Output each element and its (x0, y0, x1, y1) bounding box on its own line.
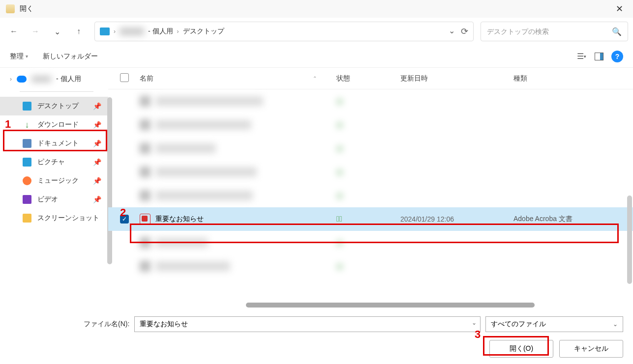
status-ok-icon: ⊘ (336, 121, 343, 129)
search-input[interactable] (487, 28, 607, 35)
breadcrumb[interactable]: › - 個人用 › デスクトップ ⌄ ⟳ (94, 22, 474, 41)
file-name: 重要なお知らせ (155, 215, 204, 224)
dialog-title: 開く (20, 4, 612, 13)
tree-user-blurred (31, 76, 51, 83)
file-row-selected[interactable]: ✓重要なお知らせ✓⃝2024/01/29 12:06Adobe Acroba 文… (108, 207, 633, 231)
filename-input[interactable] (134, 316, 481, 332)
file-name-blurred (155, 238, 208, 248)
sidebar-item-folder[interactable]: スクリーンショット (0, 209, 108, 227)
col-type[interactable]: 種類 (513, 74, 633, 83)
status-ok-icon: ⊘ (336, 168, 343, 176)
search-box[interactable]: 🔍 (481, 22, 628, 41)
titlebar: 開く ✕ (0, 0, 633, 18)
forward-button[interactable]: → (27, 23, 44, 40)
preview-pane-icon[interactable] (594, 51, 604, 62)
file-icon (140, 261, 151, 272)
sidebar-item-video[interactable]: ビデオ📌 (0, 190, 108, 209)
refresh-icon[interactable]: ⟳ (461, 26, 468, 37)
sidebar-item-label: ダウンロード (37, 120, 79, 129)
file-row[interactable]: ⊘ (108, 160, 633, 184)
status-ok-icon: ⊘ (336, 239, 343, 247)
organize-menu[interactable]: 整理▾ (10, 52, 28, 61)
sidebar-item-desktop[interactable]: デスクトップ📌 (0, 97, 108, 115)
pin-icon[interactable]: 📌 (93, 158, 101, 166)
file-type: Adobe Acroba 文書 (513, 215, 633, 224)
file-pane: 名前⌃ 状態 更新日時 種類 ⊘⊘⊘⊘⊘✓重要なお知らせ✓⃝2024/01/29… (108, 68, 633, 308)
folder-icon (23, 214, 31, 223)
sidebar-item-label: ドキュメント (37, 139, 79, 148)
file-icon (140, 143, 151, 154)
back-button[interactable]: ← (5, 23, 23, 40)
view-list-icon[interactable]: ☰ ▾ (576, 51, 587, 62)
file-row[interactable]: ⊘ (108, 113, 633, 137)
pin-icon[interactable]: 📌 (93, 140, 101, 147)
horizontal-scrollbar[interactable] (246, 303, 535, 308)
help-icon[interactable]: ? (611, 51, 623, 62)
folder-icon (100, 28, 110, 35)
file-list: ⊘⊘⊘⊘⊘✓重要なお知らせ✓⃝2024/01/29 12:06Adobe Acr… (108, 89, 633, 278)
sidebar-item-pic[interactable]: ピクチャ📌 (0, 153, 108, 171)
pdf-icon (140, 214, 151, 224)
sidebar-item-label: デスクトップ (37, 102, 79, 111)
sidebar-item-label: ピクチャ (37, 158, 65, 167)
sidebar-item-label: スクリーンショット (37, 214, 99, 223)
filetype-filter[interactable]: すべてのファイル ⌄ (485, 316, 623, 332)
status-ok-icon: ✓⃝ (336, 215, 342, 223)
sidebar-item-label: ビデオ (37, 195, 58, 204)
new-folder-button[interactable]: 新しいフォルダー (43, 52, 98, 61)
pin-icon[interactable]: 📌 (93, 121, 101, 129)
music-icon (23, 176, 31, 185)
recent-dropdown[interactable]: ⌄ (48, 23, 66, 40)
footer: ファイル名(N): ⌄ すべてのファイル ⌄ 開く(O) キャンセル (0, 308, 633, 364)
search-icon[interactable]: 🔍 (612, 27, 622, 36)
open-button[interactable]: 開く(O) (489, 340, 553, 358)
app-icon (6, 4, 15, 13)
file-name-blurred (155, 191, 253, 200)
download-icon: ↓ (23, 120, 31, 129)
file-row[interactable]: ⊘ (108, 137, 633, 160)
body: › - 個人用 デスクトップ📌↓ダウンロード📌ドキュメント📌ピクチャ📌ミュージッ… (0, 68, 633, 308)
status-ok-icon: ⊘ (336, 97, 343, 106)
breadcrumb-seg-desktop[interactable]: デスクトップ (183, 27, 224, 36)
file-icon (140, 119, 151, 130)
close-icon[interactable]: ✕ (612, 1, 627, 16)
file-checkbox[interactable]: ✓ (120, 215, 129, 224)
tree-root-suffix: - 個人用 (56, 75, 81, 84)
select-all-checkbox[interactable] (120, 73, 129, 82)
file-row[interactable]: ⊘ (108, 184, 633, 207)
breadcrumb-seg-suffix[interactable]: - 個人用 (148, 27, 173, 36)
col-date[interactable]: 更新日時 (400, 74, 513, 83)
chevron-down-icon[interactable]: ⌄ (472, 319, 477, 326)
chevron-right-icon[interactable]: › (10, 76, 12, 83)
pin-icon[interactable]: 📌 (93, 177, 101, 185)
cancel-button[interactable]: キャンセル (559, 340, 623, 358)
chevron-down-icon: ⌄ (613, 321, 618, 328)
tree-root[interactable]: › - 個人用 (0, 72, 108, 86)
status-ok-icon: ⊘ (336, 144, 343, 153)
up-button[interactable]: ↑ (70, 23, 88, 40)
sidebar: › - 個人用 デスクトップ📌↓ダウンロード📌ドキュメント📌ピクチャ📌ミュージッ… (0, 68, 108, 308)
chevron-down-icon[interactable]: ⌄ (449, 26, 455, 37)
sidebar-item-music[interactable]: ミュージック📌 (0, 171, 108, 190)
file-name-blurred (155, 120, 251, 130)
video-icon (23, 195, 31, 204)
sidebar-item-download[interactable]: ↓ダウンロード📌 (0, 115, 108, 134)
file-row[interactable]: ⊘ (108, 89, 633, 113)
chevron-right-icon: › (114, 28, 116, 35)
sidebar-item-doc[interactable]: ドキュメント📌 (0, 134, 108, 153)
file-scrollbar[interactable] (627, 196, 632, 284)
sidebar-item-label: ミュージック (37, 176, 79, 185)
status-ok-icon: ⊘ (336, 192, 343, 200)
file-name-blurred (155, 96, 263, 106)
pin-icon[interactable]: 📌 (93, 196, 101, 203)
file-row[interactable]: ⊘ (108, 231, 633, 254)
file-row[interactable]: ⊘ (108, 254, 633, 278)
pin-icon[interactable]: 📌 (93, 102, 101, 110)
col-status[interactable]: 状態 (336, 74, 400, 83)
breadcrumb-seg-user[interactable] (120, 28, 144, 35)
file-name-blurred (155, 143, 216, 153)
status-ok-icon: ⊘ (336, 262, 343, 271)
pic-icon (23, 158, 31, 167)
sort-indicator-icon: ⌃ (313, 76, 317, 81)
col-name[interactable]: 名前⌃ (140, 74, 336, 83)
